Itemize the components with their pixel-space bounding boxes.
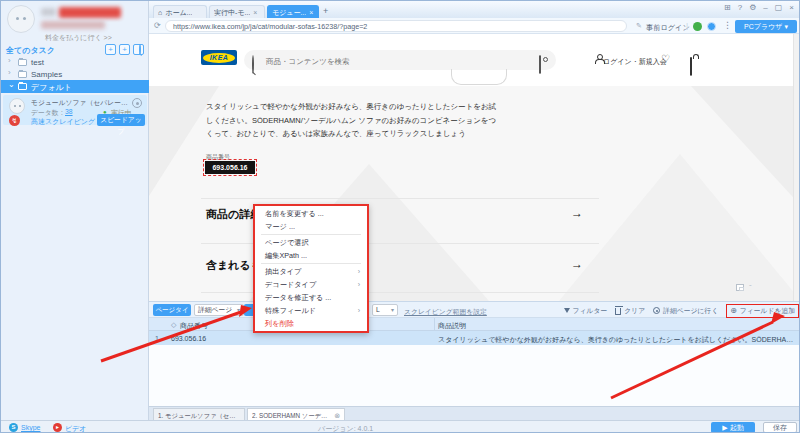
arrow-right-icon[interactable]: →	[571, 257, 583, 271]
window-controls: ⊞ ? ⚙ – ▢ ×	[724, 3, 794, 13]
menu-divider	[261, 234, 361, 235]
speed-scraping-label[interactable]: 高速スクレイピング	[31, 117, 95, 127]
expand-icon[interactable]: ›	[8, 56, 11, 65]
camera-search-icon[interactable]	[539, 55, 541, 74]
octoparse-window: ⊞ ? ⚙ – ▢ × ⌂ ホーム... 実行中-モ... × モジュー... …	[0, 0, 800, 433]
column-header-product-number[interactable]: 商品番号	[180, 321, 208, 331]
cell-product-number[interactable]: 693.056.16	[171, 335, 206, 342]
cart-bag-icon[interactable]	[690, 57, 692, 76]
menu-label: 抽出タイプ	[265, 267, 301, 276]
web-page-viewport: IKEA 商品・コンテンツを検索 ログイン・新規入会 ♡ スタイリッシュで軽やか…	[149, 34, 800, 301]
table-row[interactable]: 1 693.056.16 スタイリッシュで軽やかな外観がお好みなら、奥行きのゆっ…	[149, 331, 800, 345]
tab-running[interactable]: 実行中-モ... ×	[209, 5, 265, 18]
folder-icon	[18, 83, 27, 90]
divider	[201, 198, 599, 199]
settings-gear-icon[interactable]: ⚙	[749, 3, 756, 13]
chevron-down-icon: ▾	[391, 305, 394, 315]
robot-avatar-icon	[9, 98, 25, 114]
column-divider[interactable]	[434, 318, 435, 331]
speed-up-button[interactable]: スピードアップ	[97, 114, 145, 126]
close-tab-icon[interactable]: ⊗	[334, 410, 340, 421]
apps-grid-icon[interactable]: ⊞	[724, 3, 731, 13]
product-description-text: スタイリッシュで軽やかな外観がお好みなら、奥行きのゆったりとしたシートをお試しく…	[206, 100, 502, 141]
tab-module-active[interactable]: モジュー... ×	[267, 5, 319, 18]
close-icon[interactable]: ×	[789, 3, 794, 13]
status-bar	[1, 420, 800, 433]
folder-icon	[18, 71, 27, 78]
menu-extract-type[interactable]: 抽出タイプ ›	[255, 265, 367, 278]
redacted-username	[59, 7, 121, 18]
menu-select-on-page[interactable]: ページで選択	[255, 236, 367, 249]
minimize-icon[interactable]: –	[763, 3, 767, 13]
trash-icon	[615, 308, 621, 315]
start-button[interactable]: ▶ 起動	[711, 422, 755, 433]
task-card[interactable]: モジュールソファ（セパレート式）| IKEA... データ数： 38 ● 実行中…	[3, 95, 147, 125]
collapse-icon[interactable]: ⌄	[8, 80, 15, 89]
tree-item-samples[interactable]: › Samples	[1, 68, 149, 80]
add-field-button-highlighted[interactable]: ⊕ フィールドを追加	[726, 304, 799, 318]
menu-modify-data[interactable]: データを修正する ...	[255, 291, 367, 304]
data-tab-label: 1. モジュールソファ（セパレート...	[158, 410, 240, 421]
new-task-icon[interactable]: +	[119, 44, 130, 55]
tab-label: ホーム...	[165, 7, 192, 18]
task-title[interactable]: モジュールソファ（セパレート式）| IKEA...	[31, 98, 131, 108]
arrow-right-icon[interactable]: →	[571, 206, 583, 220]
pay-plan-link[interactable]: 料金を払うに行く >>	[45, 33, 112, 43]
goto-icon	[653, 307, 660, 314]
save-button[interactable]: 保存	[763, 422, 797, 433]
data-preview-panel: ページタイプ 詳細ページ ▾ L ▾ スクレイピング範囲を設定 フィルター クリ…	[149, 301, 800, 420]
goto-detail-page-button[interactable]: 詳細ページに行く	[653, 306, 718, 316]
tree-item-test[interactable]: › test	[1, 56, 149, 68]
chevron-down-icon[interactable]: ˇ	[749, 283, 752, 292]
table-header: ◇ 商品番号 商品説明	[149, 318, 800, 331]
maximize-icon[interactable]: ▢	[775, 3, 783, 13]
status-green-icon[interactable]	[693, 22, 702, 31]
menu-special-field[interactable]: 特殊フィールド ›	[255, 304, 367, 317]
menu-merge[interactable]: マージ ...	[255, 220, 367, 233]
column-header-description[interactable]: 商品説明	[438, 321, 466, 331]
url-text[interactable]: https://www.ikea.com/jp/ja/cat/modular-s…	[173, 22, 613, 31]
close-tab-icon[interactable]: ×	[253, 7, 257, 18]
menu-decode-type[interactable]: デコードタイプ ›	[255, 278, 367, 291]
tab-home[interactable]: ⌂ ホーム...	[153, 5, 207, 18]
set-scrape-range-link[interactable]: スクレイピング範囲を設定	[404, 307, 487, 317]
new-tab-icon[interactable]: +	[323, 6, 328, 16]
page-scrollbar[interactable]	[793, 34, 800, 301]
product-number-badge[interactable]: 693.056.16	[205, 161, 255, 174]
menu-edit-xpath[interactable]: 編集XPath ...	[255, 249, 367, 262]
tree-label: デフォルト	[31, 82, 72, 93]
search-icon	[252, 55, 254, 74]
new-group-icon[interactable]: +	[105, 44, 116, 55]
panel-toggle-icon[interactable]	[736, 284, 744, 291]
tree-label: Samples	[31, 70, 62, 79]
submenu-arrow-icon: ›	[358, 304, 360, 317]
browser-mode-dropdown[interactable]: PCブラウザ ▾	[735, 20, 797, 33]
page-type-dropdown[interactable]: 詳細ページ ▾	[194, 304, 244, 316]
filter-button[interactable]: フィルター	[564, 306, 608, 316]
account-circle-icon[interactable]	[707, 22, 716, 31]
ikea-logo[interactable]: IKEA	[201, 50, 237, 65]
expand-icon[interactable]: ›	[8, 68, 11, 77]
search-tasks-icon[interactable]	[133, 44, 144, 55]
skype-link[interactable]: Skype	[21, 424, 40, 431]
pre-login-link[interactable]: 事前ログイン	[646, 23, 690, 33]
help-icon[interactable]: ?	[738, 3, 742, 13]
version-label: バージョン: 4.0.1	[318, 424, 373, 433]
wishlist-heart-icon[interactable]: ♡	[661, 53, 670, 64]
cell-description[interactable]: スタイリッシュで軽やかな外観がお好みなら、奥行きのゆったりとしたシートをお試しく…	[438, 335, 794, 345]
close-tab-icon[interactable]: ×	[309, 7, 313, 18]
data-type-dropdown[interactable]: L ▾	[372, 304, 398, 316]
data-count-value[interactable]: 38	[65, 108, 73, 115]
task-run-button[interactable]	[132, 98, 142, 108]
user-avatar[interactable]	[7, 5, 35, 33]
more-menu-icon[interactable]: ⋮	[723, 20, 732, 30]
menu-rename[interactable]: 名前を変更する ...	[255, 207, 367, 220]
video-link[interactable]: ビデオ	[65, 424, 87, 433]
edit-icon[interactable]: ✎	[636, 22, 642, 30]
refresh-icon[interactable]: ⟳	[154, 21, 161, 30]
all-tasks-header: 全てのタスク	[6, 45, 55, 56]
menu-delete-column[interactable]: 列を削除	[255, 317, 367, 330]
clear-button[interactable]: クリア	[615, 306, 645, 316]
tree-item-default-selected[interactable]: ⌄ デフォルト	[1, 80, 149, 93]
login-link[interactable]: ログイン・新規入会	[603, 57, 667, 67]
